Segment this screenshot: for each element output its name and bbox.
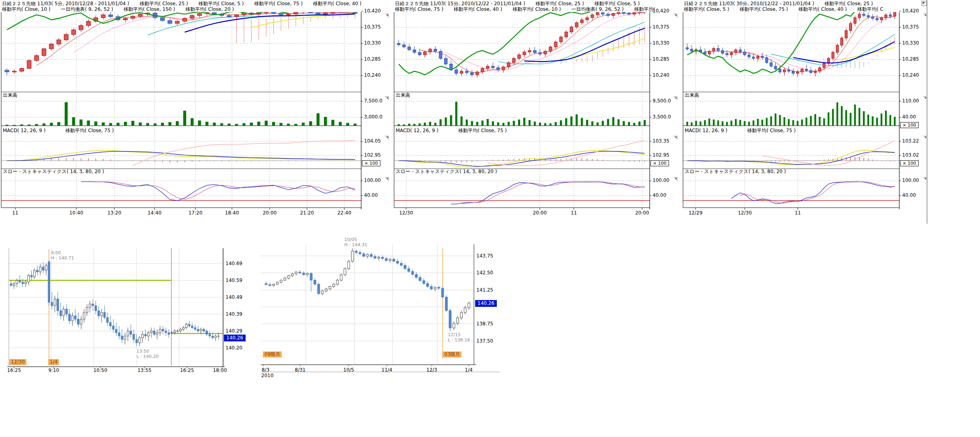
multiplier-badge: × 100 — [362, 160, 380, 166]
date-badge: 12/30 — [9, 359, 26, 365]
price-tick-label: 10,420 — [364, 8, 381, 14]
high-annotation-time: 9:00 — [51, 250, 74, 255]
macd-tick-label: 102.95 — [653, 153, 669, 158]
ma-legend-label: 移動平均( Close, 40 ) — [313, 1, 362, 6]
volume-panel-label: 出来高 — [685, 93, 699, 98]
chart-title: 日経２２５先物 11/03( 30分, 2010/12/22 - 2011/01… — [684, 1, 814, 6]
price-tick-label: 10,375 — [653, 25, 669, 30]
chart-intraday-plot-area[interactable] — [9, 248, 223, 367]
panel-corner-icon[interactable] — [385, 177, 389, 181]
price-tick-label: 10,285 — [653, 57, 669, 62]
macd-ma-label: 移動平均( Close, 75 ) — [65, 128, 114, 133]
x-tick-label: 8/3 — [262, 368, 269, 373]
panel-corner-icon[interactable] — [923, 136, 927, 140]
macd-tick-label: 103.22 — [902, 139, 919, 144]
macd-ma-label: 移動平均( Close, 75 ) — [747, 128, 796, 133]
x-tick-label: 11/4 — [382, 368, 392, 373]
price-tick-label: 10,240 — [364, 73, 381, 78]
stoch-tick-label: 100.00 — [902, 178, 919, 183]
volume-tick-label: 3,500.0 — [653, 114, 671, 120]
volume-tick-label: 7,500.0 — [364, 98, 382, 104]
ma-legend-label: 移動平均( Close, 5 ) — [684, 6, 729, 12]
x-tick-label: 10:40 — [69, 210, 83, 216]
ma-legend-label: 移動平均( Close, 75 ) — [254, 1, 303, 6]
panel-corner-icon[interactable] — [673, 177, 677, 181]
x-tick-label: 1/4 — [465, 368, 472, 373]
low-annotation: 13:50 L : 140.20 — [136, 349, 159, 359]
multiplier-badge: × 100 — [900, 160, 919, 166]
panel-corner-icon[interactable] — [385, 136, 389, 140]
price-tick-label: 10,330 — [653, 41, 669, 46]
chart-header-row2: 移動平均( Close, 75 )移動平均( Close, 40 )移動平均( … — [395, 6, 655, 13]
price-tick-label: 140.49 — [226, 295, 242, 300]
x-tick-label: 16:25 — [180, 368, 194, 373]
price-tick-label: 138.75 — [476, 321, 493, 327]
multiplier-badge: × 100 — [651, 160, 669, 166]
chart-daily-plot-area[interactable] — [263, 244, 474, 365]
stoch-tick-label: 100.00 — [653, 178, 669, 183]
macd-tick-label: 104.05 — [364, 139, 381, 144]
x-tick-label: 11 — [795, 210, 801, 216]
volume-tick-label: 3,000.0 — [364, 114, 382, 120]
chart-title: 日経２２５先物 11/03( 15分, 2010/12/22 - 2011/01… — [395, 1, 525, 6]
panel-corner-icon[interactable] — [673, 14, 677, 18]
x-tick-label: 10/5 — [344, 368, 354, 373]
chart-15min-plot-area[interactable] — [394, 12, 649, 208]
stoch-panel-label: スロー・ストキャスティクス( 14, 3, 80, 20 ) — [685, 169, 786, 174]
contract-month-badge: 09限月 — [263, 351, 282, 357]
panel-corner-icon[interactable] — [923, 96, 927, 100]
last-price-badge: 140.26 — [224, 335, 246, 341]
volume-tick-label: 110.00 — [902, 98, 919, 104]
price-tick-label: 143.75 — [476, 253, 493, 259]
chart-title: 日経２２５先物 11/03( 5分, 2010/12/28 - 2011/01/… — [2, 1, 129, 6]
panel-corner-icon[interactable] — [923, 177, 927, 181]
price-tick-label: 10,375 — [364, 25, 381, 30]
multiplier-badge: × 100 — [900, 122, 919, 128]
price-tick-label: 141.25 — [476, 288, 493, 293]
price-tick-label: 10,330 — [902, 41, 919, 46]
ma-legend-label: 移動平均( C — [857, 6, 883, 12]
low-annotation-time: 13:50 — [136, 349, 159, 354]
chart-5min-plot-area[interactable] — [1, 12, 360, 208]
ma-legend-label: 移動平均( Close, 40 ) — [454, 6, 502, 12]
ma-legend-label: 移動平均( — [634, 6, 655, 12]
panel-corner-icon[interactable] — [673, 96, 677, 100]
ma-legend-label: 移動平均( Close, 25 ) — [825, 1, 873, 6]
year-label: 2010 — [261, 373, 274, 378]
x-tick-label: 18:00 — [213, 368, 227, 373]
x-tick-label: 17:20 — [189, 210, 203, 216]
ma-legend-label: 移動平均( Close, 75 ) — [740, 6, 788, 12]
x-tick-label: 8/31 — [295, 368, 306, 373]
high-annotation-value: H : 140.71 — [51, 255, 74, 261]
chart-30min-plot-area[interactable] — [683, 12, 898, 208]
volume-tick-label: 40.00 — [902, 114, 916, 120]
macd-tick-label: 103.35 — [653, 139, 669, 144]
panel-corner-icon[interactable] — [385, 96, 389, 100]
macd-panel-label: MACD( 12, 26, 9 ) — [396, 128, 438, 133]
panel-corner-icon[interactable] — [923, 14, 927, 18]
macd-panel-label: MACD( 12, 26, 9 ) — [3, 128, 45, 133]
price-tick-label: 142.50 — [476, 270, 493, 276]
ma-legend-label: 移動平均( Close, 150 ) — [124, 6, 175, 12]
ma-legend-label: 移動平均( Close, 10 ) — [2, 6, 51, 12]
price-tick-label: 10,240 — [653, 73, 669, 78]
price-tick-label: 140.59 — [226, 278, 242, 283]
price-tick-label: 10,420 — [653, 8, 669, 14]
ma-legend-label: 一目均衡表( 9, 26, 52 ) — [61, 6, 113, 12]
x-tick-label: 20:00 — [263, 210, 277, 216]
ma-legend-label: 移動平均( Close, 25 ) — [140, 1, 188, 6]
panel-corner-icon[interactable] — [385, 14, 389, 18]
x-tick-label: 22:40 — [338, 210, 352, 216]
last-price-badge: 140.26 — [475, 300, 497, 307]
price-tick-label: 140.69 — [226, 261, 242, 266]
x-tick-label: 21:20 — [300, 210, 314, 216]
price-tick-label: 10,375 — [902, 25, 919, 30]
price-tick-label: 10,420 — [902, 8, 919, 14]
contract-month-badge: 03限月 — [443, 351, 462, 357]
ma-legend-label: 移動平均( Close, 40 ) — [799, 6, 847, 12]
stoch-tick-label: 40.00 — [364, 193, 378, 198]
trading-app-window: × 100 × 100 × 100 × 100 12/30 1/4 140.26… — [0, 0, 980, 437]
x-tick-label: 18:40 — [225, 210, 239, 216]
panel-corner-icon[interactable] — [673, 136, 677, 140]
volume-panel-label: 出来高 — [396, 93, 410, 98]
